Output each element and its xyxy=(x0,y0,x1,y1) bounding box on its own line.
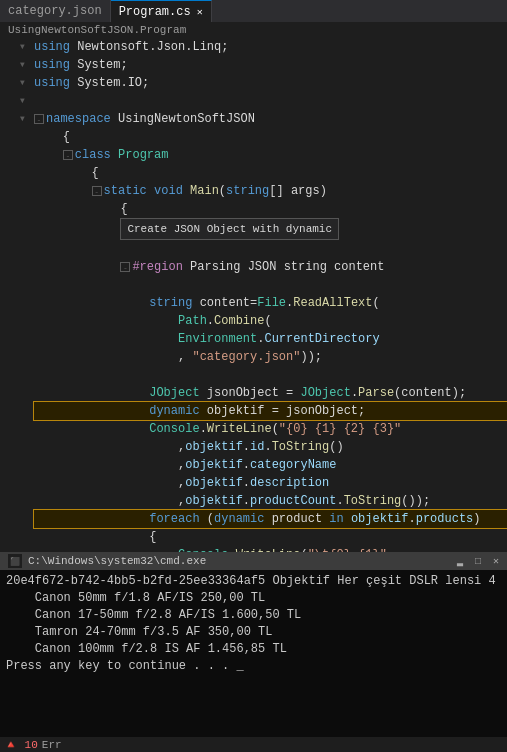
error-count: 🔺 10 xyxy=(4,738,38,751)
collapse-icon[interactable]: - xyxy=(92,186,102,196)
terminal-line: 20e4f672-b742-4bb5-b2fd-25ee33364af5 Obj… xyxy=(6,573,501,590)
collapse-icon[interactable]: - xyxy=(63,150,73,160)
terminal-titlebar: ⬛ C:\Windows\system32\cmd.exe ▂ □ ✕ xyxy=(0,552,507,570)
breadcrumb: UsingNewtonSoftJSON.Program xyxy=(0,22,507,38)
code-line-highlighted: dynamic objektif = jsonObject; xyxy=(34,402,507,420)
tab-close-icon[interactable]: ✕ xyxy=(197,6,203,18)
terminal-close[interactable]: ✕ xyxy=(493,555,499,567)
terminal-line: Canon 100mm f/2.8 IS AF 1.456,85 TL xyxy=(6,641,501,658)
tab-label: category.json xyxy=(8,4,102,18)
terminal-maximize[interactable]: □ xyxy=(475,556,481,567)
line-numbers: ▾ ▾ ▾ ▾ ▾ xyxy=(0,38,30,552)
code-line: Console.WriteLine("{0} {1} {2} {3}" xyxy=(34,420,507,438)
code-line-highlighted: foreach (dynamic product in objektif.pro… xyxy=(34,510,507,528)
terminal-line-press: Press any key to continue . . . _ xyxy=(6,658,501,675)
code-lines: using Newtonsoft.Json.Linq; using System… xyxy=(30,38,507,552)
code-line: -#region Parsing JSON string content xyxy=(34,258,507,276)
code-line: { xyxy=(34,528,507,546)
terminal-line: Canon 50mm f/1.8 AF/IS 250,00 TL xyxy=(6,590,501,607)
code-line: JObject jsonObject = JObject.Parse(conte… xyxy=(34,384,507,402)
code-line: { xyxy=(34,128,507,146)
code-line: { xyxy=(34,164,507,182)
code-line: , "category.json")); xyxy=(34,348,507,366)
code-content: ▾ ▾ ▾ ▾ ▾ xyxy=(0,38,507,552)
code-line: -static void Main(string[] args) xyxy=(34,182,507,200)
terminal: ⬛ C:\Windows\system32\cmd.exe ▂ □ ✕ 20e4… xyxy=(0,552,507,752)
code-line: using System.IO; xyxy=(34,74,507,92)
code-line: using Newtonsoft.Json.Linq; xyxy=(34,38,507,56)
code-line: Console.WriteLine("\t{0} {1}" xyxy=(34,546,507,552)
tab-label: Program.cs xyxy=(119,5,191,19)
terminal-line: Tamron 24-70mm f/3.5 AF 350,00 TL xyxy=(6,624,501,641)
tooltip: Create JSON Object with dynamic xyxy=(120,218,339,240)
terminal-title: C:\Windows\system32\cmd.exe xyxy=(28,555,206,567)
code-line: -class Program xyxy=(34,146,507,164)
tab-program-cs[interactable]: Program.cs ✕ xyxy=(111,0,212,22)
code-line-tooltip: Create JSON Object with dynamic xyxy=(34,218,507,240)
code-line: using System; xyxy=(34,56,507,74)
code-area: UsingNewtonSoftJSON.Program ▾ ▾ ▾ ▾ ▾ xyxy=(0,22,507,552)
collapse-icon[interactable]: - xyxy=(34,114,44,124)
code-line xyxy=(34,240,507,258)
terminal-line: Canon 17-50mm f/2.8 AF/IS 1.600,50 TL xyxy=(6,607,501,624)
code-line: Path.Combine( xyxy=(34,312,507,330)
terminal-minimize[interactable]: ▂ xyxy=(457,555,463,567)
tab-category-json[interactable]: category.json xyxy=(0,0,111,22)
terminal-icon: ⬛ xyxy=(8,554,22,568)
code-line xyxy=(34,92,507,110)
terminal-content: 20e4f672-b742-4bb5-b2fd-25ee33364af5 Obj… xyxy=(0,570,507,737)
code-line xyxy=(34,366,507,384)
code-line: string content=File.ReadAllText( xyxy=(34,294,507,312)
code-line: ,objektif.id.ToString() xyxy=(34,438,507,456)
code-line: Environment.CurrentDirectory xyxy=(34,330,507,348)
status-bar: 🔺 10 Err xyxy=(0,737,507,752)
code-line: -namespace UsingNewtonSoftJSON xyxy=(34,110,507,128)
code-line: ,objektif.productCount.ToString()); xyxy=(34,492,507,510)
code-line: ,objektif.categoryName xyxy=(34,456,507,474)
err-label: Err xyxy=(42,739,62,751)
code-line: ,objektif.description xyxy=(34,474,507,492)
collapse-icon[interactable]: - xyxy=(120,262,130,272)
code-line: { xyxy=(34,200,507,218)
code-line xyxy=(34,276,507,294)
tab-bar: category.json Program.cs ✕ xyxy=(0,0,507,22)
